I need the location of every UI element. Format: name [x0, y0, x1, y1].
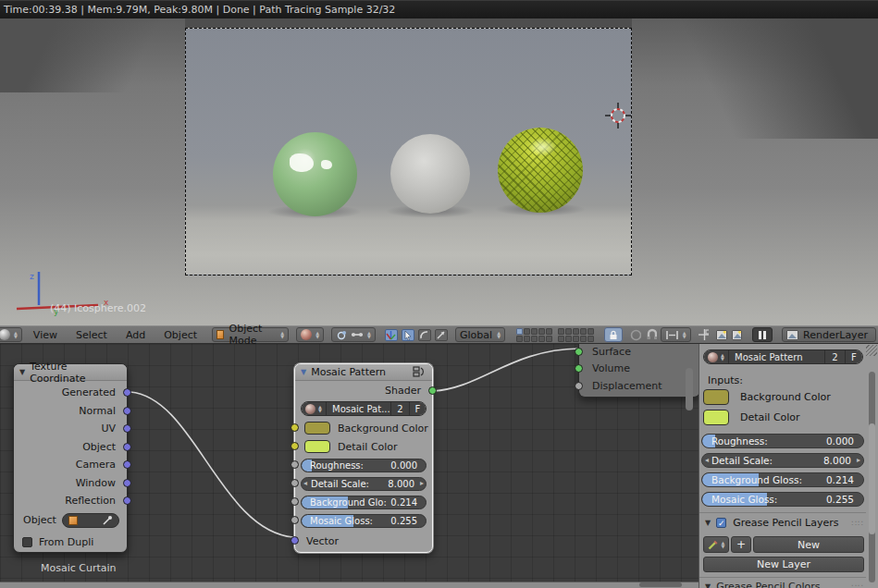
uv-output-socket[interactable] [123, 424, 131, 433]
add-grease-pencil-data-button[interactable]: + [731, 536, 751, 553]
render-border-icon[interactable] [698, 328, 710, 341]
background-gloss-socket[interactable] [291, 497, 299, 506]
node-editor-horizontal-scrollbar[interactable] [639, 582, 682, 587]
translate-manipulator-button[interactable] [385, 329, 398, 341]
background-color-swatch[interactable] [703, 389, 729, 405]
mosaic-gloss-slider[interactable]: Mosaic Gloss: 0.255 [701, 492, 864, 507]
mode-dropdown[interactable]: Object Mode ▲▼ [212, 327, 289, 342]
panel-drag-dots[interactable]: ∷∷ [852, 519, 864, 528]
pivot-point-dropdown[interactable]: ▲▼ [331, 327, 376, 342]
menu-select[interactable]: Select [67, 329, 117, 341]
snap-magnet-icon[interactable] [646, 328, 657, 341]
panel-scrollbar-thumb[interactable] [869, 423, 875, 534]
node-name-field[interactable]: Mosaic Pattern [728, 350, 824, 363]
normal-output-socket[interactable] [123, 407, 131, 415]
material-output-node[interactable]: Surface Volume Displacement [578, 344, 699, 398]
object-output-socket[interactable] [123, 443, 131, 451]
shader-output-socket[interactable] [428, 386, 437, 395]
displacement-input-socket[interactable] [575, 382, 583, 390]
detail-color-swatch[interactable] [703, 410, 729, 425]
new-layer-button[interactable]: New Layer [703, 557, 864, 572]
snap-element-dropdown[interactable]: ▲▼ [661, 327, 691, 342]
rotate-manipulator-button[interactable] [418, 329, 431, 341]
roughness-socket[interactable] [291, 460, 299, 469]
node-group-id-block[interactable]: ▲▼ Mosaic Pat... 2 F [301, 401, 427, 416]
node-editor-canvas[interactable]: Surface Volume Displacement ▼ Texture Co… [0, 344, 699, 588]
grease-pencil-colors-panel-header[interactable]: ▼ Grease Pencil Colors ∷∷ [705, 581, 864, 588]
camera-output-socket[interactable] [123, 460, 131, 469]
increment-arrow-icon[interactable]: ▸ [420, 479, 424, 487]
node-editor-bottom-header-edge [0, 582, 699, 588]
viewport-shading-dropdown[interactable]: ▲▼ [296, 327, 324, 342]
from-dupli-checkbox[interactable] [22, 537, 32, 547]
detail-scale-slider[interactable]: ◂ Detail Scale: 8.000 ▸ [701, 453, 864, 468]
roughness-slider[interactable]: Roughness: 0.000 [301, 459, 427, 472]
surface-input-socket[interactable] [575, 348, 583, 356]
detail-color-swatch[interactable] [304, 440, 330, 453]
grease-pencil-new-button[interactable]: New [753, 536, 864, 553]
generated-output-socket[interactable] [123, 388, 131, 397]
pause-render-button[interactable] [752, 327, 773, 342]
roughness-slider[interactable]: Roughness: 0.000 [701, 434, 864, 448]
edit-group-icon[interactable] [413, 366, 427, 378]
texture-coordinate-node-header[interactable]: ▼ Texture Coordinate [14, 364, 127, 381]
gray-sphere-object[interactable] [390, 134, 470, 214]
group-icon-selector[interactable]: ▲▼ [302, 402, 326, 415]
background-gloss-slider[interactable]: Background Glo: 0.214 [301, 496, 427, 509]
detail-scale-socket[interactable] [291, 479, 299, 487]
mosaic-gloss-slider[interactable]: Mosaic Gloss: 0.255 [301, 514, 427, 528]
detail-color-socket[interactable] [291, 442, 299, 450]
fake-user-button[interactable]: F [845, 350, 862, 363]
background-color-swatch[interactable] [304, 422, 330, 435]
collapse-triangle-icon[interactable]: ▼ [301, 368, 306, 376]
increment-arrow-icon[interactable]: ▸ [857, 456, 860, 464]
grease-pencil-checkbox[interactable]: ✓ [716, 518, 726, 528]
opengl-render-anim-icon[interactable]: ✦ [732, 330, 742, 340]
opengl-render-still-icon[interactable]: ✦ [716, 330, 726, 340]
detail-scale-slider[interactable]: ◂ Detail Scale: 8.000 ▸ [301, 477, 427, 491]
vector-input-socket[interactable] [291, 536, 299, 545]
mosaic-pattern-node-header[interactable]: ▼ Mosaic Pattern [295, 364, 432, 381]
transform-orientation-dropdown[interactable]: Global ▲▼ [455, 327, 505, 342]
cursor-tool-button[interactable] [402, 329, 414, 341]
proportional-edit-icon[interactable] [629, 328, 641, 342]
eyedropper-icon[interactable] [102, 515, 113, 526]
panel-resize-handle[interactable] [866, 345, 877, 356]
background-gloss-slider[interactable]: Background Gloss: 0.214 [701, 472, 864, 487]
decrement-arrow-icon[interactable]: ◂ [705, 456, 709, 464]
users-count-button[interactable]: 2 [390, 402, 409, 415]
node-editor-vertical-scrollbar[interactable] [686, 368, 693, 410]
texture-coordinate-node[interactable]: ▼ Texture Coordinate Generated Normal UV… [13, 363, 128, 553]
group-icon-selector[interactable]: ▲▼ [704, 350, 728, 363]
mosaic-sphere-object[interactable] [498, 128, 583, 213]
panel-expand-triangle-icon[interactable]: ▼ [705, 582, 711, 588]
lock-view-button[interactable] [604, 327, 623, 342]
object-picker-field[interactable] [62, 513, 119, 528]
window-output-socket[interactable] [123, 479, 131, 487]
group-name-field[interactable]: Mosaic Pat... [326, 402, 390, 415]
decrement-arrow-icon[interactable]: ◂ [303, 479, 307, 487]
panel-expand-triangle-icon[interactable]: ▼ [705, 519, 711, 527]
panel-drag-dots[interactable]: ∷∷ [852, 582, 864, 588]
mosaic-pattern-node[interactable]: ▼ Mosaic Pattern Shader ▲▼ Mosaic Pat [294, 363, 433, 553]
background-color-socket[interactable] [291, 423, 299, 432]
fake-user-button[interactable]: F [409, 402, 426, 415]
menu-view[interactable]: View [24, 329, 67, 341]
layers-group-2[interactable] [558, 328, 594, 342]
volume-input-socket[interactable] [575, 364, 583, 373]
grease-pencil-layers-panel-header[interactable]: ▼ ✓ Grease Pencil Layers ∷∷ [705, 517, 864, 529]
users-count-button[interactable]: 2 [824, 350, 845, 363]
3d-viewport[interactable]: z y x (44) Icosphere.002 [0, 18, 878, 325]
layers-group-1[interactable] [516, 328, 552, 342]
mosaic-gloss-socket[interactable] [291, 516, 299, 524]
editor-type-selector[interactable]: ▲▼ [0, 327, 22, 342]
collapse-triangle-icon[interactable]: ▼ [19, 368, 25, 376]
renderlayer-dropdown[interactable]: RenderLayer [782, 327, 876, 342]
panel-node-id-block[interactable]: ▲▼ Mosaic Pattern 2 F [703, 349, 863, 364]
green-sphere-object[interactable] [273, 132, 357, 216]
grease-pencil-source-selector[interactable]: ▲▼ [703, 536, 729, 553]
menu-add[interactable]: Add [117, 329, 155, 341]
scale-manipulator-button[interactable] [435, 329, 448, 341]
menu-object[interactable]: Object [155, 329, 206, 341]
reflection-output-socket[interactable] [123, 496, 131, 505]
